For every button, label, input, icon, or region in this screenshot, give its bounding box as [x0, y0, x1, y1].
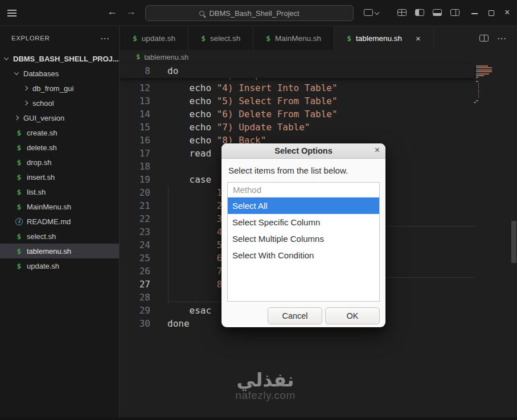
tree-item-label: db_from_gui	[32, 84, 73, 93]
tab-tablemenu.sh[interactable]: $tablemenu.sh×	[334, 26, 434, 50]
shell-icon: $	[15, 129, 23, 137]
scrollbar-thumb[interactable]	[511, 221, 516, 263]
toggle-panel-icon[interactable]	[433, 9, 442, 16]
minimize-button[interactable]	[471, 13, 478, 14]
option-select-all[interactable]: Select All	[228, 197, 379, 214]
shell-icon: $	[15, 143, 23, 152]
shell-icon: $	[15, 262, 23, 270]
sidebar-header: EXPLORER ···	[0, 26, 119, 50]
sticky-scroll[interactable]: 8 do	[120, 64, 474, 78]
minimap-seg	[479, 65, 488, 67]
options-list: Method Select AllSelect Specific ColumnS…	[227, 182, 380, 302]
shell-icon: $	[15, 232, 23, 241]
breadcrumb[interactable]: $ tablemenu.sh	[120, 50, 517, 64]
minimap-seg	[479, 67, 492, 68]
select-options-dialog: Select Options × Select items from the l…	[221, 143, 385, 327]
ok-button[interactable]: OK	[325, 307, 380, 324]
shell-icon: $	[201, 34, 206, 43]
close-window-button[interactable]: ×	[504, 7, 510, 18]
code-token: case	[190, 174, 212, 185]
back-icon[interactable]: ←	[107, 6, 117, 18]
shell-icon: $	[15, 173, 23, 182]
minimap-seg	[474, 102, 476, 103]
option-select-multiple-columns[interactable]: Select Multiple Columns	[228, 230, 379, 247]
tab-mainmenu.sh[interactable]: $MainMenu.sh	[253, 26, 334, 50]
more-actions-icon[interactable]: ···	[101, 34, 110, 43]
list-column-header[interactable]: Method	[228, 183, 379, 197]
tree-item-label: list.sh	[27, 188, 46, 196]
tab-select.sh[interactable]: $select.sh	[188, 26, 253, 50]
code-line-13: 13echo "5) Select From Table"	[120, 94, 517, 108]
tree-item-label: delete.sh	[27, 143, 57, 152]
toggle-secondary-sidebar-icon[interactable]	[450, 9, 459, 16]
minimap-seg	[478, 94, 479, 96]
tree-item-insert.sh[interactable]: $insert.sh	[0, 170, 119, 184]
tree-item-create.sh[interactable]: $create.sh	[0, 125, 119, 140]
maximize-button[interactable]	[489, 10, 494, 16]
close-dialog-icon[interactable]: ×	[375, 145, 380, 155]
shell-icon: $	[15, 203, 23, 211]
tree-root-folder[interactable]: DBMS_BASH_SHELL_PROJ...	[0, 51, 119, 66]
chat-icon[interactable]	[364, 9, 373, 16]
tab-strip: $update.sh$select.sh$MainMenu.sh$tableme…	[120, 26, 434, 50]
split-editor-icon[interactable]	[479, 35, 489, 42]
tree-item-select.sh[interactable]: $select.sh	[0, 229, 119, 244]
option-select-specific-column[interactable]: Select Specific Column	[228, 214, 379, 230]
option-select-with-condition[interactable]: Select With Condition	[228, 247, 379, 263]
tree-item-tablemenu.sh[interactable]: $tablemenu.sh	[0, 244, 119, 258]
code-text: case	[167, 174, 211, 185]
shell-icon: $	[15, 247, 23, 256]
tree-item-delete.sh[interactable]: $delete.sh	[0, 140, 119, 155]
watermark: نفذلي nafezly.com	[208, 369, 322, 402]
code-text: read	[167, 148, 211, 159]
code-text: done	[167, 318, 190, 329]
line-number: 18	[120, 161, 150, 172]
tree-item-label: GUI_version	[23, 114, 64, 122]
menu-icon[interactable]	[7, 13, 17, 14]
window-bottom-edge	[0, 417, 517, 420]
tree-item-gui-version[interactable]: GUI_version	[0, 110, 119, 125]
command-center-search[interactable]: DBMS_Bash_Shell_Project	[145, 5, 354, 21]
line-number: 20	[120, 187, 150, 198]
info-icon: i	[15, 218, 23, 225]
sticky-line-number: 8	[120, 65, 150, 76]
explorer-sidebar: EXPLORER ··· DBMS_BASH_SHELL_PROJ... Dat…	[0, 26, 120, 417]
tree-item-drop.sh[interactable]: $drop.sh	[0, 155, 119, 170]
dialog-message: Select items from the list below.	[228, 166, 379, 175]
code-text: echo "6) Delete From Table"	[167, 109, 338, 120]
customize-layout-icon[interactable]	[397, 9, 407, 16]
close-tab-icon[interactable]: ×	[416, 34, 421, 43]
line-number: 17	[120, 148, 150, 159]
tree-item-list.sh[interactable]: $list.sh	[0, 184, 119, 199]
line-number: 26	[120, 266, 150, 277]
minimap-line	[474, 102, 498, 104]
minimap-seg	[478, 89, 479, 90]
minimap-seg	[479, 75, 484, 76]
code-text: 6	[167, 253, 222, 263]
tree-item-readme.md[interactable]: iREADME.md	[0, 214, 119, 229]
minimap-seg	[476, 81, 478, 82]
tab-update.sh[interactable]: $update.sh	[120, 26, 188, 50]
tree-item-update.sh[interactable]: $update.sh	[0, 258, 119, 273]
tree-item-mainmenu.sh[interactable]: $MainMenu.sh	[0, 199, 119, 214]
code-token: done	[167, 318, 190, 329]
shell-icon: $	[15, 188, 23, 196]
line-number: 21	[120, 200, 150, 211]
forward-icon[interactable]: →	[126, 6, 136, 18]
code-text: echo "7) Update Table"	[167, 122, 310, 133]
more-actions-icon[interactable]: ···	[498, 34, 507, 43]
line-number: 30	[120, 318, 150, 329]
tree-item-school[interactable]: school	[0, 96, 119, 110]
file-tree: DBMS_BASH_SHELL_PROJ... Databasesdb_from…	[0, 51, 119, 273]
shell-icon: $	[347, 34, 351, 43]
tree-item-db-from-gui[interactable]: db_from_gui	[0, 81, 119, 96]
string-token: "7) Update Table"	[217, 122, 310, 133]
toggle-primary-sidebar-icon[interactable]	[415, 9, 424, 16]
dialog-title-bar[interactable]: Select Options ×	[221, 143, 385, 159]
dialog-buttons: Cancel OK	[227, 307, 380, 324]
cancel-button[interactable]: Cancel	[268, 307, 322, 324]
chevron-down-icon[interactable]	[375, 10, 379, 15]
tree-item-databases[interactable]: Databases	[0, 66, 119, 81]
tree-item-label: school	[32, 99, 54, 108]
minimap[interactable]	[474, 65, 498, 104]
